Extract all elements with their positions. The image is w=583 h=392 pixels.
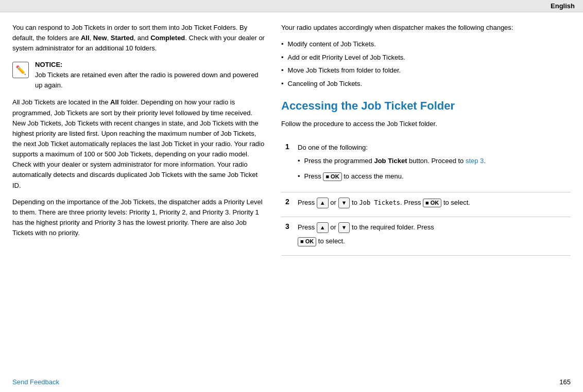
ok-button-icon-3: ■ OK <box>298 237 316 246</box>
right-column: Your radio updates accordingly when disp… <box>281 23 571 256</box>
list-item: Modify content of Job Tickets. <box>281 39 571 49</box>
step-2-text: Press ▲ or ▼ to Job Tickets. Press ■ OK … <box>298 198 567 208</box>
language-label: English <box>551 2 575 10</box>
step-1-item-1: Press the programmed Job Ticket button. … <box>298 156 567 166</box>
section-heading: Accessing the Job Ticket Folder <box>281 99 571 114</box>
page-number: 165 <box>559 378 571 386</box>
ok-button-icon-1: ■ OK <box>323 172 341 181</box>
step-2-row: 2 Press ▲ or ▼ to Job Tickets. Press ■ O… <box>281 192 571 217</box>
left-para3: Depending on the importance of the Job T… <box>12 197 265 239</box>
footer: Send Feedback 165 <box>0 372 583 392</box>
job-tickets-code: Job Tickets <box>359 199 400 206</box>
step-3-content: Press ▲ or ▼ to the required folder. Pre… <box>294 217 571 255</box>
step-1-row: 1 Do one of the following: Press the pro… <box>281 137 571 192</box>
up-arrow-icon-3: ▲ <box>317 222 329 233</box>
step-1-item-2: Press ■ OK to access the menu. <box>298 171 567 182</box>
step3-link[interactable]: step 3 <box>466 157 484 165</box>
step-2-content: Press ▲ or ▼ to Job Tickets. Press ■ OK … <box>294 192 571 217</box>
left-para2: All Job Tickets are located in the All f… <box>12 97 265 190</box>
step-1-intro: Do one of the following: <box>298 142 567 153</box>
notice-icon: ✏️ <box>12 62 29 78</box>
list-item: Move Job Tickets from folder to folder. <box>281 65 571 76</box>
section-intro: Follow the procedure to access the Job T… <box>281 119 571 129</box>
step-3-num: 3 <box>281 217 294 255</box>
header: English <box>0 0 583 12</box>
step-3-text-2: ■ OK to select. <box>298 236 567 246</box>
list-item: Canceling of Job Tickets. <box>281 79 571 89</box>
notice-body: Job Tickets are retained even after the … <box>35 70 265 90</box>
left-para1: You can respond to Job Tickets in order … <box>12 23 265 54</box>
up-arrow-icon-2: ▲ <box>317 198 329 208</box>
down-arrow-icon-3: ▼ <box>338 222 350 233</box>
step-3-text: Press ▲ or ▼ to the required folder. Pre… <box>298 222 567 233</box>
ok-button-icon-2: ■ OK <box>423 199 441 207</box>
step-2-num: 2 <box>281 192 294 217</box>
down-arrow-icon-2: ▼ <box>338 198 350 208</box>
or-label-2: or <box>330 199 338 206</box>
steps-table: 1 Do one of the following: Press the pro… <box>281 137 571 256</box>
notice-title: NOTICE: <box>35 61 265 68</box>
update-list: Modify content of Job Tickets. Add or ed… <box>281 39 571 88</box>
left-column: You can respond to Job Tickets in order … <box>12 23 265 256</box>
notice-box: ✏️ NOTICE: Job Tickets are retained even… <box>12 61 265 90</box>
step-1-content: Do one of the following: Press the progr… <box>294 137 571 192</box>
step-1-num: 1 <box>281 137 294 192</box>
main-content: You can respond to Job Tickets in order … <box>0 12 583 266</box>
send-feedback-link[interactable]: Send Feedback <box>12 378 59 386</box>
step-3-row: 3 Press ▲ or ▼ to the required folder. P… <box>281 217 571 255</box>
notice-content: NOTICE: Job Tickets are retained even af… <box>35 61 265 90</box>
list-item: Add or edit Priority Level of Job Ticket… <box>281 52 571 63</box>
or-label-3: or <box>330 223 338 231</box>
update-intro: Your radio updates accordingly when disp… <box>281 23 571 33</box>
